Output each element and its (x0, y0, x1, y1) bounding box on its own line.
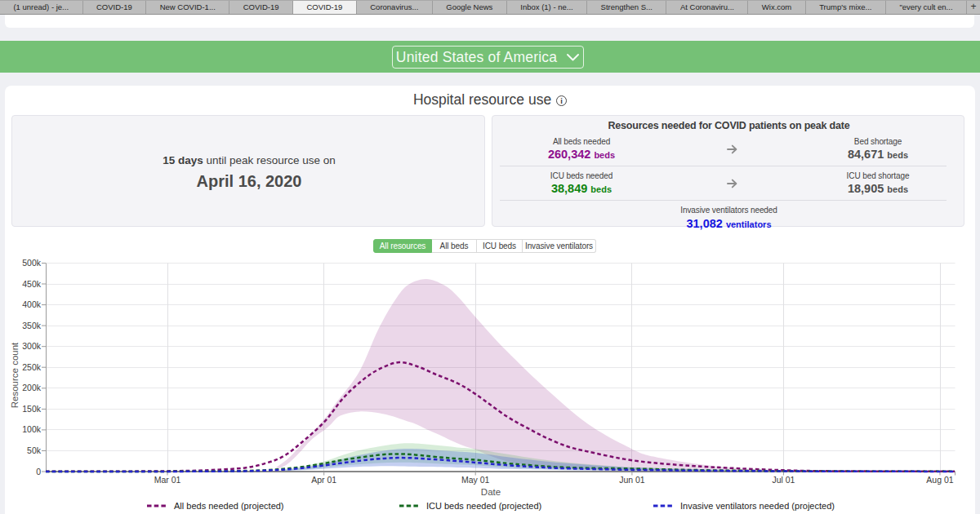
svg-text:450k: 450k (22, 279, 42, 289)
svg-text:50k: 50k (27, 445, 42, 455)
svg-text:100k: 100k (22, 424, 42, 434)
svg-text:500k: 500k (22, 258, 42, 268)
svg-text:350k: 350k (22, 321, 42, 330)
svg-text:Aug 01: Aug 01 (926, 475, 953, 485)
svg-text:Invasive ventilators needed (p: Invasive ventilators needed (projected) (680, 501, 835, 511)
svg-text:250k: 250k (22, 362, 42, 372)
svg-text:Resource count: Resource count (10, 342, 20, 408)
svg-text:200k: 200k (22, 383, 42, 392)
svg-text:ICU beds needed (projected): ICU beds needed (projected) (426, 501, 541, 511)
svg-text:May 01: May 01 (461, 475, 490, 485)
svg-text:All beds needed (projected): All beds needed (projected) (174, 501, 284, 511)
svg-text:400k: 400k (22, 299, 42, 309)
svg-text:300k: 300k (22, 341, 42, 351)
svg-text:150k: 150k (22, 404, 42, 414)
svg-text:Jul 01: Jul 01 (772, 475, 795, 485)
svg-text:0: 0 (36, 467, 41, 476)
svg-text:Jun 01: Jun 01 (619, 475, 645, 485)
svg-text:Apr 01: Apr 01 (311, 475, 336, 485)
svg-text:Mar 01: Mar 01 (154, 475, 181, 485)
svg-text:Date: Date (481, 487, 501, 497)
